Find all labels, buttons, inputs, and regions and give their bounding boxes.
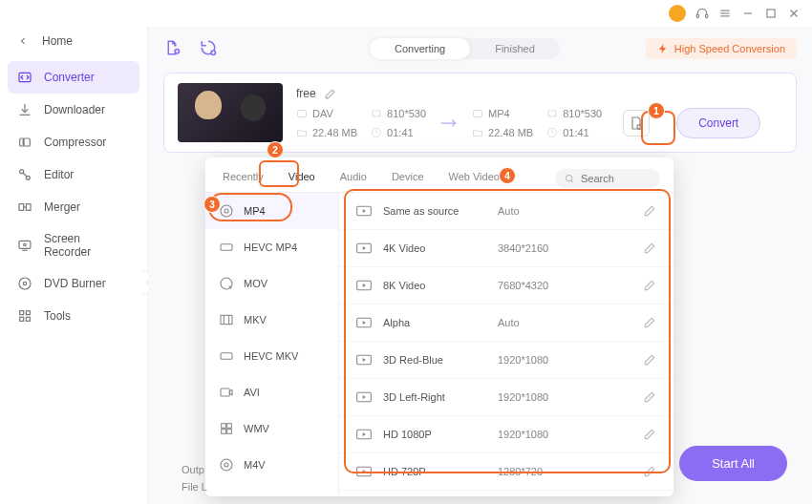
edit-icon[interactable] <box>643 353 656 367</box>
format-label: HEVC MKV <box>244 350 298 362</box>
avatar-icon[interactable] <box>669 5 686 22</box>
folder-icon <box>472 127 483 138</box>
video-thumbnail[interactable] <box>178 83 283 142</box>
dst-dur: 01:41 <box>563 127 589 138</box>
tab-device[interactable]: Device <box>388 165 428 192</box>
edit-icon[interactable] <box>643 204 656 218</box>
video-play-icon <box>356 391 372 403</box>
converter-icon <box>17 70 32 85</box>
edit-name-icon[interactable] <box>324 88 336 100</box>
add-file-button[interactable] <box>163 39 181 59</box>
svg-rect-33 <box>373 111 380 116</box>
convert-button[interactable]: Convert <box>676 108 760 138</box>
sidebar-item-converter[interactable]: Converter <box>8 61 139 94</box>
search-input[interactable] <box>581 173 648 184</box>
edit-icon[interactable] <box>643 316 656 329</box>
sidebar-item-merger[interactable]: Merger <box>0 191 147 223</box>
preset-item[interactable]: 8K Video 7680*4320 <box>339 267 673 304</box>
format-item-wmv[interactable]: WMV <box>205 410 338 447</box>
preset-item[interactable]: 4K Video 3840*2160 <box>339 230 673 267</box>
clock-icon <box>371 127 382 138</box>
topbar: Converting Finished High Speed Conversio… <box>163 38 797 59</box>
sidebar: Home Converter Downloader Compressor Edi… <box>0 27 148 504</box>
preset-name: Same as source <box>383 205 498 217</box>
seg-converting[interactable]: Converting <box>370 38 470 59</box>
refresh-add-button[interactable] <box>200 39 217 59</box>
format-item-avi[interactable]: AVI <box>205 374 338 410</box>
annotation-badge-4: 4 <box>499 167 516 184</box>
svg-point-42 <box>224 209 228 213</box>
disc-icon <box>219 203 234 219</box>
sidebar-item-screen-recorder[interactable]: Screen Recorder <box>0 223 147 267</box>
sidebar-item-label: Downloader <box>44 103 105 116</box>
downloader-icon <box>17 102 32 117</box>
edit-icon[interactable] <box>643 465 656 478</box>
edit-icon[interactable] <box>643 242 656 255</box>
preset-list: Same as source Auto 4K Video 3840*2160 8… <box>339 193 673 496</box>
format-label: MOV <box>244 278 267 289</box>
sidebar-item-label: Tools <box>44 309 71 323</box>
preset-resolution: 7680*4320 <box>498 280 643 291</box>
format-item-hevc-mkv[interactable]: HEVC MKV <box>205 338 338 374</box>
edit-icon[interactable] <box>643 428 656 441</box>
hsc-label: High Speed Conversion <box>674 43 785 54</box>
format-item-mkv[interactable]: MKV <box>205 302 338 338</box>
preset-item[interactable]: Same as source Auto <box>339 193 673 230</box>
sidebar-item-label: Editor <box>44 168 74 181</box>
svg-rect-26 <box>20 311 24 315</box>
video-play-icon <box>356 466 372 477</box>
sidebar-item-editor[interactable]: Editor <box>0 158 147 191</box>
preset-name: 8K Video <box>383 280 498 291</box>
sidebar-item-label: Converter <box>44 71 95 84</box>
tab-audio[interactable]: Audio <box>336 165 371 192</box>
sidebar-item-tools[interactable]: Tools <box>0 300 147 332</box>
edit-icon[interactable] <box>643 390 656 404</box>
hamburger-icon[interactable] <box>718 7 732 20</box>
preset-item[interactable]: HD 1080P 1920*1080 <box>339 416 673 453</box>
sidebar-item-downloader[interactable]: Downloader <box>0 94 147 126</box>
high-speed-conversion-button[interactable]: High Speed Conversion <box>646 38 797 59</box>
file-name: free <box>296 87 316 100</box>
sidebar-item-compressor[interactable]: Compressor <box>0 126 147 158</box>
annotation-badge-1: 1 <box>648 102 665 119</box>
preset-resolution: 3840*2160 <box>498 242 643 254</box>
svg-rect-0 <box>696 14 698 18</box>
close-icon[interactable] <box>787 7 801 20</box>
format-item-hevc-mp4[interactable]: HEVC MP4 <box>205 229 338 265</box>
film-icon <box>472 108 483 119</box>
preset-item[interactable]: HD 720P 1280*720 <box>339 453 673 491</box>
start-all-button[interactable]: Start All <box>679 446 787 481</box>
preset-item[interactable]: 3D Red-Blue 1920*1080 <box>339 342 673 379</box>
edit-icon[interactable] <box>643 279 656 292</box>
preset-resolution: 1280*720 <box>498 466 643 477</box>
format-list: MP4 HEVC MP4 MOV MKV HEVC MKV AVI WMV M4… <box>205 193 339 496</box>
format-label: MP4 <box>244 205 266 217</box>
clock-icon <box>546 127 558 138</box>
headset-icon[interactable] <box>695 7 709 20</box>
video-play-icon <box>356 242 372 254</box>
format-item-m4v[interactable]: M4V <box>205 447 338 483</box>
seg-finished[interactable]: Finished <box>470 38 560 59</box>
video-play-icon <box>356 205 372 217</box>
tab-recently[interactable]: Recently <box>219 165 267 192</box>
svg-rect-36 <box>548 111 556 116</box>
svg-rect-35 <box>474 111 482 117</box>
tab-web-video[interactable]: Web Video <box>445 165 503 192</box>
video-play-icon <box>356 429 372 440</box>
preset-name: 3D Red-Blue <box>383 354 498 366</box>
maximize-icon[interactable] <box>764 7 778 20</box>
format-search[interactable] <box>555 169 660 188</box>
svg-line-17 <box>23 173 27 177</box>
format-item-mp4[interactable]: MP4 <box>205 193 338 229</box>
format-item-mov[interactable]: MOV <box>205 265 338 302</box>
minimize-icon[interactable] <box>741 7 755 20</box>
output-settings-button[interactable] <box>623 110 650 136</box>
preset-item[interactable]: Alpha Auto <box>339 304 673 342</box>
preset-item[interactable]: 3D Left-Right 1920*1080 <box>339 379 673 416</box>
svg-rect-27 <box>26 311 30 315</box>
tab-video[interactable]: Video <box>285 165 319 192</box>
preset-name: 3D Left-Right <box>383 391 498 403</box>
sidebar-home[interactable]: Home <box>0 27 147 61</box>
sidebar-item-dvd-burner[interactable]: DVD Burner <box>0 267 147 300</box>
hevc-icon <box>219 348 234 364</box>
